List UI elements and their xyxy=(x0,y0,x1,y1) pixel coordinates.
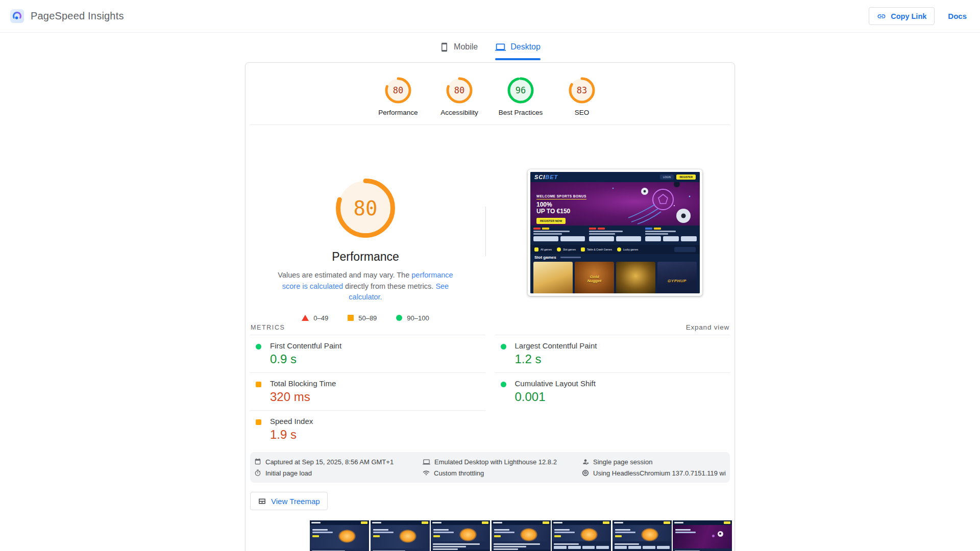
pagespeed-insights-page: PageSpeed Insights Copy Link Docs Mobile xyxy=(0,0,980,551)
capture-text[interactable]: Custom throttling xyxy=(434,469,484,477)
capture-browser: Using HeadlessChromium 137.0.7151.119 wi… xyxy=(582,469,726,477)
score-value: 80 xyxy=(384,77,412,104)
capture-text[interactable]: Single page session xyxy=(593,458,652,466)
wifi-icon xyxy=(423,469,430,477)
score-gauge-accessibility: 80 Accessibility xyxy=(432,77,486,124)
site-odds-section xyxy=(530,226,700,245)
game-tile xyxy=(533,262,573,293)
legend-item-average: 50–89 xyxy=(348,314,377,322)
filmstrip-frame-4 xyxy=(492,520,551,551)
report-card: 80 Performance 80 Accessibility xyxy=(245,62,735,551)
metrics-grid: First Contentful Paint 0.9 s Total Block… xyxy=(246,335,734,448)
filmstrip-frame-2 xyxy=(371,520,430,551)
divider xyxy=(485,207,486,256)
pagespeed-logo-icon xyxy=(10,9,24,23)
capture-text[interactable]: Emulated Desktop with Lighthouse 12.8.2 xyxy=(434,458,557,466)
filmstrip-frame-6 xyxy=(612,520,672,551)
metric-value: 1.2 s xyxy=(515,352,730,366)
score-label: Performance xyxy=(378,109,418,116)
pass-circle-icon xyxy=(501,382,506,387)
tab-desktop-underline xyxy=(495,58,541,60)
view-treemap-button[interactable]: View Treemap xyxy=(250,492,328,510)
performance-overview: 80 Performance Values are estimated and … xyxy=(246,125,734,317)
device-tabs: Mobile Desktop xyxy=(0,33,980,60)
laptop-icon xyxy=(423,458,430,466)
expand-view-button[interactable]: Expand view xyxy=(686,323,729,331)
page-title: PageSpeed Insights xyxy=(31,10,124,22)
site-brand: SCIBET xyxy=(534,174,558,180)
stopwatch-icon xyxy=(254,469,261,477)
capture-text[interactable]: Using HeadlessChromium 137.0.7151.119 wi… xyxy=(593,469,726,477)
score-value: 80 xyxy=(446,77,473,104)
metric-name: First Contentful Paint xyxy=(270,341,485,350)
copy-link-button[interactable]: Copy Link xyxy=(869,7,935,25)
copy-link-label: Copy Link xyxy=(891,12,926,20)
tab-desktop[interactable]: Desktop xyxy=(495,39,541,60)
capture-text: Initial page load xyxy=(265,469,312,477)
site-screenshot: SCIBET LOGIN REGISTER xyxy=(528,169,702,296)
score-label: Best Practices xyxy=(499,109,543,116)
metrics-title: METRICS xyxy=(251,324,285,331)
description-text: Values are estimated and may vary. The xyxy=(278,271,411,279)
performance-score-pane: 80 Performance Values are estimated and … xyxy=(246,125,485,322)
capture-throttling: Custom throttling xyxy=(423,469,582,477)
tab-mobile[interactable]: Mobile xyxy=(439,39,478,60)
site-navbar: SCIBET LOGIN REGISTER xyxy=(530,172,700,182)
site-bonus-text: 100% UP TO €150 xyxy=(536,202,586,215)
metric-value: 320 ms xyxy=(270,390,485,404)
metric-cumulative-layout-shift: Cumulative Layout Shift 0.001 xyxy=(495,372,730,410)
metric-value: 0.9 s xyxy=(270,352,485,366)
site-hero: WELCOME SPORTS BONUS 100% UP TO €150 REG… xyxy=(530,182,700,226)
capture-initial-load: Initial page load xyxy=(254,469,423,477)
site-login-button: LOGIN xyxy=(660,174,674,180)
metric-name: Largest Contentful Paint xyxy=(515,341,730,350)
metric-name: Speed Index xyxy=(270,417,485,425)
capture-text: Captured at Sep 15, 2025, 8:56 AM GMT+1 xyxy=(265,458,394,466)
legend-item-pass: 90–100 xyxy=(396,314,429,322)
description-text: directly from these metrics. xyxy=(343,282,435,290)
score-gauge-performance: 80 Performance xyxy=(371,77,425,124)
metric-value: 1.9 s xyxy=(270,428,485,442)
site-register-button: REGISTER xyxy=(676,174,696,180)
average-square-icon xyxy=(348,315,354,321)
chrome-icon xyxy=(582,469,589,477)
performance-main-gauge: 80 xyxy=(335,178,396,239)
app-header: PageSpeed Insights Copy Link Docs xyxy=(0,0,980,33)
capture-session: Single page session xyxy=(582,458,726,466)
performance-description: Values are estimated and may vary. The p… xyxy=(268,270,463,303)
metric-largest-contentful-paint: Largest Contentful Paint 1.2 s xyxy=(495,335,730,372)
metric-speed-index: Speed Index 1.9 s xyxy=(250,410,485,448)
legend-range: 50–89 xyxy=(358,314,377,322)
docs-link[interactable]: Docs xyxy=(948,12,967,20)
filmstrip-frame-5 xyxy=(552,520,611,551)
filmstrip-frame-1 xyxy=(310,520,369,551)
score-gauge-seo: 83 SEO xyxy=(555,77,609,124)
tab-mobile-label: Mobile xyxy=(454,42,478,52)
average-square-icon xyxy=(256,382,261,387)
legend-item-fail: 0–49 xyxy=(302,314,328,322)
score-label: Accessibility xyxy=(440,109,478,116)
site-welcome-text: WELCOME SPORTS BONUS xyxy=(536,194,586,199)
score-gauge-best-practices: 96 Best Practices xyxy=(494,77,548,124)
tab-mobile-underline xyxy=(439,58,478,60)
capture-emulated-device: Emulated Desktop with Lighthouse 12.8.2 xyxy=(423,458,582,466)
score-legend: 0–49 50–89 90–100 xyxy=(246,314,485,322)
game-tile: GYPHUP xyxy=(657,262,697,293)
metrics-column-right: Largest Contentful Paint 1.2 s Cumulativ… xyxy=(495,335,730,448)
fail-triangle-icon xyxy=(302,315,309,321)
pass-circle-icon xyxy=(501,344,506,349)
desktop-laptop-icon xyxy=(495,42,506,53)
average-square-icon xyxy=(256,419,261,425)
mobile-phone-icon xyxy=(439,42,449,52)
capture-info-box: Captured at Sep 15, 2025, 8:56 AM GMT+1 … xyxy=(250,452,730,483)
legend-range: 0–49 xyxy=(313,314,328,322)
tab-desktop-label: Desktop xyxy=(510,42,541,52)
site-providers-dropdown xyxy=(674,247,696,252)
calendar-icon xyxy=(254,458,261,465)
legend-range: 90–100 xyxy=(407,314,429,322)
site-games-nav: All games Slot games Table & Crash Games… xyxy=(530,245,700,254)
treemap-icon xyxy=(258,497,266,506)
site-slots-heading: Slot games xyxy=(530,254,700,261)
metric-value: 0.001 xyxy=(515,390,730,404)
pass-circle-icon xyxy=(396,315,402,321)
